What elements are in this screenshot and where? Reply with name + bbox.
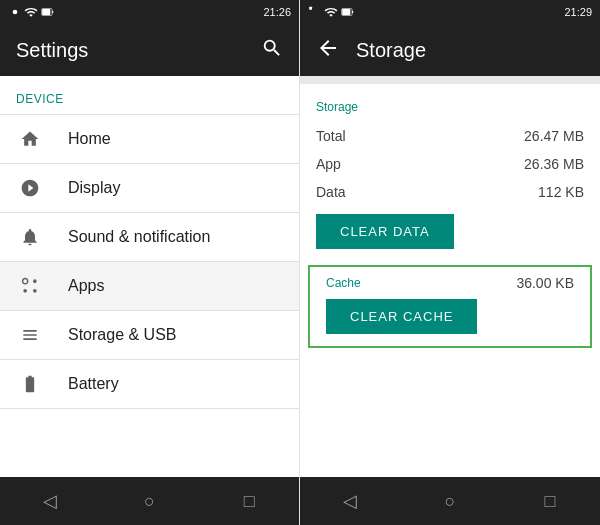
nav-recent-right[interactable]: □	[530, 481, 570, 521]
display-icon	[16, 178, 44, 198]
back-button[interactable]	[316, 36, 340, 65]
status-icons-right	[308, 5, 356, 19]
clear-data-button[interactable]: CLEAR DATA	[316, 214, 454, 249]
settings-item-apps[interactable]: Apps	[0, 262, 299, 310]
storage-title: Storage	[356, 39, 426, 62]
settings-item-display[interactable]: Display	[0, 164, 299, 212]
home-label: Home	[68, 130, 111, 148]
data-label: Data	[316, 184, 346, 200]
storage-group-header: Storage	[300, 84, 600, 122]
divider-battery	[0, 408, 299, 409]
apps-icon	[16, 276, 44, 296]
display-label: Display	[68, 179, 120, 197]
total-label: Total	[316, 128, 346, 144]
settings-list: Device Home Display Sound & notification	[0, 76, 299, 477]
app-bar-left: Settings	[0, 24, 299, 76]
total-value: 26.47 MB	[524, 128, 584, 144]
svg-rect-4	[309, 7, 312, 10]
svg-point-0	[13, 10, 18, 15]
app-label: App	[316, 156, 341, 172]
settings-item-home[interactable]: Home	[0, 115, 299, 163]
status-bar-right: 21:29	[300, 0, 600, 24]
nav-back-right[interactable]: ◁	[330, 481, 370, 521]
storage-icon	[16, 325, 44, 345]
storage-label: Storage & USB	[68, 326, 177, 344]
battery-label: Battery	[68, 375, 119, 393]
nav-home-left[interactable]: ○	[129, 481, 169, 521]
notifications-icon-right	[308, 5, 322, 19]
settings-title: Settings	[16, 39, 88, 62]
storage-separator	[300, 76, 600, 84]
storage-content: Storage Total 26.47 MB App 26.36 MB Data…	[300, 84, 600, 477]
device-section-header: Device	[0, 76, 299, 114]
app-bar-right: Storage	[300, 24, 600, 76]
battery-icon	[16, 374, 44, 394]
status-icons-left	[8, 5, 56, 19]
settings-item-sound[interactable]: Sound & notification	[0, 213, 299, 261]
signal-icon-right	[324, 5, 338, 19]
storage-row-app: App 26.36 MB	[300, 150, 600, 178]
cache-section: Cache 36.00 KB CLEAR CACHE	[308, 265, 592, 348]
nav-back-left[interactable]: ◁	[30, 481, 70, 521]
battery-status-icon-right	[340, 5, 356, 19]
nav-home-right[interactable]: ○	[430, 481, 470, 521]
apps-label: Apps	[68, 277, 104, 295]
cache-label: Cache	[326, 276, 361, 290]
svg-rect-7	[342, 9, 350, 15]
battery-status-icon	[40, 5, 56, 19]
bottom-nav-right: ◁ ○ □	[300, 477, 600, 525]
settings-item-storage[interactable]: Storage & USB	[0, 311, 299, 359]
svg-rect-3	[42, 9, 50, 15]
time-left: 21:26	[263, 6, 291, 18]
nav-recent-left[interactable]: □	[229, 481, 269, 521]
cache-header-row: Cache 36.00 KB	[318, 275, 582, 295]
data-value: 112 KB	[538, 184, 584, 200]
storage-panel: 21:29 Storage Storage Total 26.47 MB App…	[300, 0, 600, 525]
bell-icon	[16, 227, 44, 247]
storage-row-total: Total 26.47 MB	[300, 122, 600, 150]
clear-cache-button[interactable]: CLEAR CACHE	[326, 299, 477, 334]
status-bar-left: 21:26	[0, 0, 299, 24]
svg-rect-6	[352, 11, 353, 13]
search-button[interactable]	[261, 37, 283, 64]
svg-rect-2	[52, 11, 53, 13]
sound-label: Sound & notification	[68, 228, 210, 246]
wifi-icon	[24, 5, 38, 19]
storage-row-data: Data 112 KB	[300, 178, 600, 206]
cache-value: 36.00 KB	[516, 275, 574, 291]
bottom-nav-left: ◁ ○ □	[0, 477, 299, 525]
app-value: 26.36 MB	[524, 156, 584, 172]
home-icon	[16, 129, 44, 149]
settings-panel: 21:26 Settings Device Home Display	[0, 0, 300, 525]
settings-item-battery[interactable]: Battery	[0, 360, 299, 408]
signal-icon	[8, 5, 22, 19]
time-right: 21:29	[564, 6, 592, 18]
